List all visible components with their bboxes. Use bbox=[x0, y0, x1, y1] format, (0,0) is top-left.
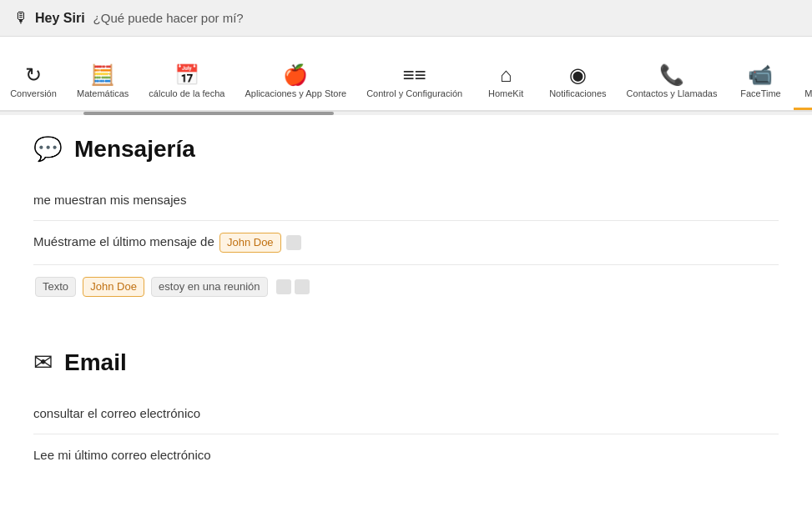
section-email: ✉ Email consultar el correo electrónicoL… bbox=[33, 349, 779, 475]
tab-icon-homekit: ⌂ bbox=[500, 65, 512, 85]
top-bar: 🎙 Hey Siri ¿Qué puede hacer por mí? bbox=[0, 0, 812, 37]
command-cmd1: me muestran mis mensajes bbox=[33, 179, 779, 221]
command-ecmd1: consultar el correo electrónico bbox=[33, 393, 779, 434]
tab-icon-matematicas: 🧮 bbox=[90, 65, 115, 85]
main-content: 💬 Mensajería me muestran mis mensajesMué… bbox=[0, 115, 812, 532]
scroll-indicator-bar bbox=[83, 112, 334, 115]
hey-siri-label: Hey Siri bbox=[35, 11, 85, 26]
cmd-pill: John Doe bbox=[219, 233, 281, 253]
tab-fecha[interactable]: 📅 cálculo de la fecha bbox=[139, 58, 235, 110]
section-title-mensajeria: Mensajería bbox=[74, 136, 195, 163]
command-cmd3: Texto John Doe estoy en una reunión bbox=[33, 265, 779, 309]
tab-icon-control: ≡≡ bbox=[403, 65, 426, 85]
cmd-multi-pill-0: Texto bbox=[35, 277, 76, 297]
top-bar-subtitle: ¿Qué puede hacer por mí? bbox=[93, 11, 244, 25]
tab-mensajeria[interactable]: 💬 Mensajería bbox=[794, 58, 812, 110]
tab-label-mensajeria: Mensajería bbox=[804, 88, 812, 99]
command-ecmd2: Lee mi último correo electrónico bbox=[33, 434, 779, 475]
nav-tabs: ↻ Conversión 🧮 Matemáticas 📅 cálculo de … bbox=[0, 37, 812, 112]
tab-contactos[interactable]: 📞 Contactos y Llamadas bbox=[617, 58, 728, 110]
tab-conversion[interactable]: ↻ Conversión bbox=[0, 58, 67, 110]
tab-label-fecha: cálculo de la fecha bbox=[149, 88, 224, 99]
cmd-sq1 bbox=[276, 279, 291, 294]
tab-facetime[interactable]: 📹 FaceTime bbox=[727, 58, 794, 110]
tab-icon-notificaciones: ◉ bbox=[569, 65, 587, 85]
tab-label-notificaciones: Notificaciones bbox=[549, 88, 606, 99]
tab-notificaciones[interactable]: ◉ Notificaciones bbox=[539, 58, 616, 110]
tab-homekit[interactable]: ⌂ HomeKit bbox=[472, 58, 539, 110]
section-header-email: ✉ Email bbox=[33, 349, 779, 376]
tab-appstore[interactable]: 🍎 Aplicaciones y App Store bbox=[235, 58, 356, 110]
scroll-indicator bbox=[0, 112, 812, 115]
tab-icon-conversion: ↻ bbox=[25, 65, 42, 85]
tab-matematicas[interactable]: 🧮 Matemáticas bbox=[67, 58, 139, 110]
tab-label-matematicas: Matemáticas bbox=[77, 88, 129, 99]
tab-label-control: Control y Configuración bbox=[366, 88, 462, 99]
tab-icon-contactos: 📞 bbox=[659, 65, 684, 85]
cmd-small-sq bbox=[286, 235, 301, 250]
tab-label-conversion: Conversión bbox=[10, 88, 57, 99]
tab-label-homekit: HomeKit bbox=[488, 88, 523, 99]
section-title-email: Email bbox=[64, 349, 127, 376]
section-icon-mensajeria: 💬 bbox=[33, 135, 63, 163]
cmd-multi-pill-2: estoy en una reunión bbox=[151, 277, 267, 297]
mic-icon: 🎙 bbox=[13, 9, 28, 27]
tab-control[interactable]: ≡≡ Control y Configuración bbox=[356, 58, 472, 110]
cmd-prefix: Muéstrame el último mensaje de bbox=[33, 234, 214, 248]
section-header-mensajeria: 💬 Mensajería bbox=[33, 135, 779, 163]
cmd-sq2 bbox=[295, 279, 310, 294]
tab-icon-appstore: 🍎 bbox=[283, 65, 308, 85]
section-icon-email: ✉ bbox=[33, 349, 53, 376]
cmd-multi-pill-1: John Doe bbox=[83, 277, 144, 297]
tab-label-facetime: FaceTime bbox=[740, 88, 781, 99]
tab-icon-fecha: 📅 bbox=[174, 65, 199, 85]
tab-label-contactos: Contactos y Llamadas bbox=[627, 88, 718, 99]
section-mensajeria: 💬 Mensajería me muestran mis mensajesMué… bbox=[33, 135, 779, 309]
tab-label-appstore: Aplicaciones y App Store bbox=[245, 88, 346, 99]
command-cmd2: Muéstrame el último mensaje de John Doe bbox=[33, 221, 779, 265]
tab-icon-facetime: 📹 bbox=[748, 65, 773, 85]
